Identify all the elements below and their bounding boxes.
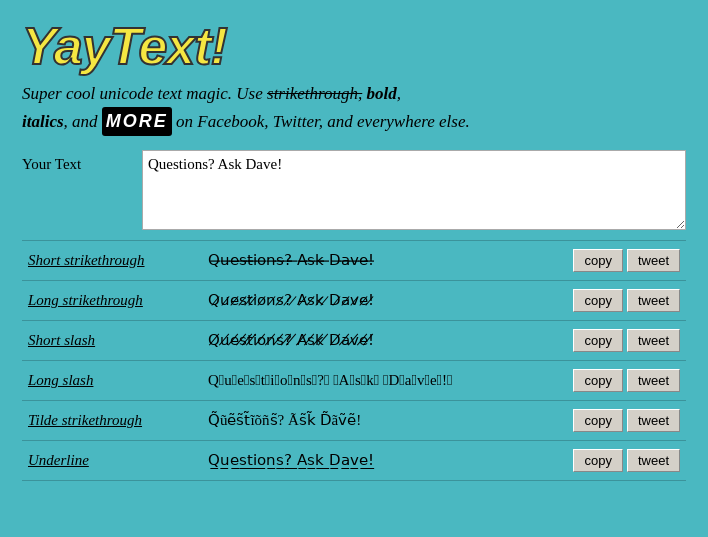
tagline-bold: bold xyxy=(362,84,396,103)
output-text-long-slash: Q⃫u⃫e⃫s⃫t⃫i⃫o⃫n⃫s⃫?⃫ ⃫A⃫s⃫k⃫ ⃫D⃫a⃫v⃫e⃫!⃫ xyxy=(208,372,453,388)
row-output-short-strikethrough: Q̶u̶e̶s̶t̶i̶o̶n̶s̶?̶ ̶A̶s̶k̶ ̶D̶a̶v̶e̶!̶ xyxy=(202,240,532,280)
row-output-long-strikethrough: Q̷u̷e̷s̷t̷i̷o̷n̷s̷?̷ ̷A̷s̷k̷ ̷D̷a̷v̷e̷!̷ xyxy=(202,280,532,320)
row-actions-short-slash: copy tweet xyxy=(532,321,686,360)
output-text-tilde-strikethrough: Q̃ũẽs̃t̃ĩõñs̃? Ãs̃k̃ D̃ãṽẽ! xyxy=(208,412,361,428)
row-label-long-strikethrough[interactable]: Long strikethrough xyxy=(22,280,202,320)
copy-button-long-slash[interactable]: copy xyxy=(573,369,622,392)
row-output-tilde-strikethrough: Q̃ũẽs̃t̃ĩõñs̃? Ãs̃k̃ D̃ãṽẽ! xyxy=(202,400,532,440)
row-label-underline[interactable]: Underline xyxy=(22,440,202,480)
copy-button-tilde-strikethrough[interactable]: copy xyxy=(573,409,622,432)
tagline-more-pre: , and xyxy=(64,112,102,131)
input-label: Your Text xyxy=(22,150,132,173)
tweet-button-short-strikethrough[interactable]: tweet xyxy=(627,249,680,272)
row-label-long-slash[interactable]: Long slash xyxy=(22,360,202,400)
row-output-short-slash: Q̸u̸e̸s̸t̸i̸o̸n̸s̸?̸ ̸A̸s̸k̸ ̸D̸a̸v̸e̸!̸ xyxy=(202,320,532,360)
row-label-short-strikethrough[interactable]: Short strikethrough xyxy=(22,240,202,280)
input-section: Your Text Questions? Ask Dave! xyxy=(22,150,686,230)
table-row: Long slash Q⃫u⃫e⃫s⃫t⃫i⃫o⃫n⃫s⃫?⃫ ⃫A⃫s⃫k⃫ … xyxy=(22,360,686,400)
tagline-italic: italics xyxy=(22,112,64,131)
table-row: Short slash Q̸u̸e̸s̸t̸i̸o̸n̸s̸?̸ ̸A̸s̸k̸… xyxy=(22,320,686,360)
row-output-underline: Q̲u̲e̲s̲t̲i̲o̲n̲s̲?̲ ̲A̲s̲k̲ ̲D̲a̲v̲e̲!̲ xyxy=(202,440,532,480)
tweet-button-short-slash[interactable]: tweet xyxy=(627,329,680,352)
copy-button-short-strikethrough[interactable]: copy xyxy=(573,249,622,272)
table-row: Underline Q̲u̲e̲s̲t̲i̲o̲n̲s̲?̲ ̲A̲s̲k̲ ̲… xyxy=(22,440,686,480)
table-row: Tilde strikethrough Q̃ũẽs̃t̃ĩõñs̃? Ãs̃k̃… xyxy=(22,400,686,440)
tagline-strikethrough: strikethrough, xyxy=(267,84,362,103)
tagline-more-badge: MORE xyxy=(102,107,172,136)
copy-button-underline[interactable]: copy xyxy=(573,449,622,472)
site-title: YayText! xyxy=(22,18,686,75)
page-wrapper: YayText! Super cool unicode text magic. … xyxy=(10,10,698,493)
row-actions-short-strikethrough: copy tweet xyxy=(532,241,686,280)
results-table: Short strikethrough Q̶u̶e̶s̶t̶i̶o̶n̶s̶?̶… xyxy=(22,240,686,481)
table-row: Long strikethrough Q̷u̷e̷s̷t̷i̷o̷n̷s̷?̷ … xyxy=(22,280,686,320)
output-text-long-strikethrough: Q̷u̷e̷s̷t̷i̷o̷n̷s̷?̷ ̷A̷s̷k̷ ̷D̷a̷v̷e̷!̷ xyxy=(208,292,374,308)
tweet-button-underline[interactable]: tweet xyxy=(627,449,680,472)
copy-button-short-slash[interactable]: copy xyxy=(573,329,622,352)
output-text-underline: Q̲u̲e̲s̲t̲i̲o̲n̲s̲?̲ ̲A̲s̲k̲ ̲D̲a̲v̲e̲!̲ xyxy=(208,452,374,468)
tagline: Super cool unicode text magic. Use strik… xyxy=(22,81,672,136)
row-actions-long-slash: copy tweet xyxy=(532,361,686,400)
output-text-short-slash: Q̸u̸e̸s̸t̸i̸o̸n̸s̸?̸ ̸A̸s̸k̸ ̸D̸a̸v̸e̸!̸ xyxy=(208,332,374,348)
row-actions-tilde-strikethrough: copy tweet xyxy=(532,401,686,440)
text-input[interactable]: Questions? Ask Dave! xyxy=(142,150,686,230)
copy-button-long-strikethrough[interactable]: copy xyxy=(573,289,622,312)
row-actions-underline: copy tweet xyxy=(532,441,686,480)
row-label-short-slash[interactable]: Short slash xyxy=(22,320,202,360)
tweet-button-long-slash[interactable]: tweet xyxy=(627,369,680,392)
tweet-button-tilde-strikethrough[interactable]: tweet xyxy=(627,409,680,432)
tagline-mid: , xyxy=(397,84,401,103)
tagline-pre: Super cool unicode text magic. Use xyxy=(22,84,267,103)
row-output-long-slash: Q⃫u⃫e⃫s⃫t⃫i⃫o⃫n⃫s⃫?⃫ ⃫A⃫s⃫k⃫ ⃫D⃫a⃫v⃫e⃫!⃫ xyxy=(202,360,532,400)
tagline-post: on Facebook, Twitter, and everywhere els… xyxy=(172,112,470,131)
table-row: Short strikethrough Q̶u̶e̶s̶t̶i̶o̶n̶s̶?̶… xyxy=(22,240,686,280)
row-actions-long-strikethrough: copy tweet xyxy=(532,281,686,320)
tweet-button-long-strikethrough[interactable]: tweet xyxy=(627,289,680,312)
row-label-tilde-strikethrough[interactable]: Tilde strikethrough xyxy=(22,400,202,440)
output-text-short-strikethrough: Q̶u̶e̶s̶t̶i̶o̶n̶s̶?̶ ̶A̶s̶k̶ ̶D̶a̶v̶e̶!̶ xyxy=(208,252,374,268)
